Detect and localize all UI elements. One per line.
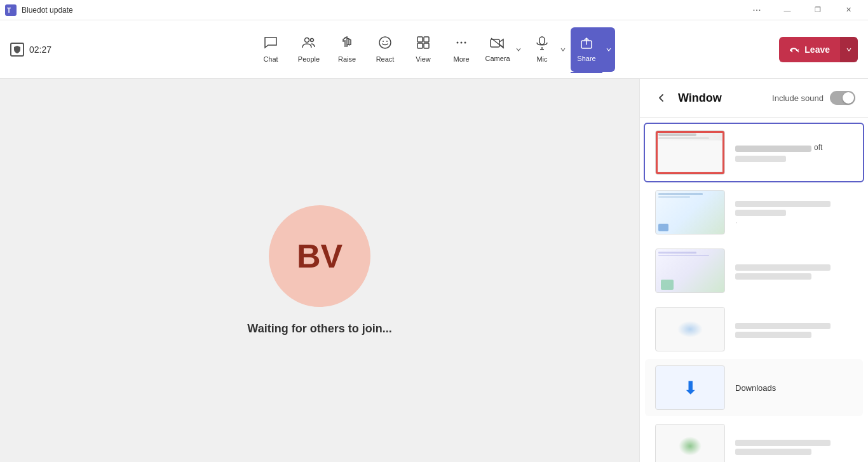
minimize-button[interactable]: —	[773, 0, 802, 20]
window-name-blur	[735, 323, 831, 329]
close-button[interactable]: ✕	[834, 0, 863, 20]
more-button[interactable]: More	[444, 27, 479, 72]
svg-point-2	[305, 38, 309, 43]
more-options-button[interactable]: ···	[742, 0, 771, 20]
chat-icon	[264, 36, 278, 53]
camera-button[interactable]: Camera	[482, 27, 513, 72]
mic-icon	[536, 36, 548, 53]
window-name-suffix: oft	[814, 143, 822, 152]
window-info	[735, 262, 853, 280]
window-thumbnail	[655, 307, 725, 351]
meeting-tools-group: Chat People Rai	[253, 27, 615, 72]
window-name-blur	[735, 201, 831, 207]
share-button[interactable]: Share	[571, 27, 602, 72]
window-name: Downloads	[735, 383, 776, 393]
security-icon	[10, 43, 24, 57]
include-sound-toggle[interactable]	[830, 91, 855, 105]
participant-avatar: BV	[269, 205, 370, 307]
people-button[interactable]: People	[291, 27, 327, 72]
react-label: React	[376, 55, 395, 63]
title-bar-left: T Bluedot update	[5, 4, 73, 16]
share-panel-header: Window Include sound	[640, 79, 868, 118]
maximize-button[interactable]: ❐	[803, 0, 832, 20]
svg-rect-9	[417, 43, 423, 48]
svg-point-4	[379, 37, 391, 48]
window-thumbnail	[655, 130, 725, 175]
mic-button[interactable]: Mic	[526, 27, 558, 72]
window-sub-blur	[735, 273, 811, 280]
raise-icon	[340, 36, 354, 53]
teams-logo-icon: T	[5, 4, 17, 16]
selected-border	[656, 131, 724, 174]
window-thumbnail	[655, 424, 725, 462]
window-sub-blur	[735, 156, 786, 162]
share-panel-title: Window	[678, 92, 722, 105]
more-label: More	[453, 55, 469, 63]
mic-label: Mic	[536, 55, 547, 63]
window-item[interactable]	[645, 242, 863, 299]
view-icon	[416, 36, 430, 53]
green-thumbnail-dot	[679, 437, 702, 456]
window-info: Downloads	[735, 382, 853, 393]
share-control: Share	[571, 27, 615, 72]
react-icon	[378, 36, 392, 53]
window-item[interactable]: oft	[644, 123, 864, 182]
window-item[interactable]: ·	[645, 184, 863, 241]
title-bar: T Bluedot update ··· — ❐ ✕	[0, 0, 868, 20]
share-label: Share	[577, 55, 595, 62]
window-item[interactable]	[645, 418, 863, 462]
mic-control: Mic	[526, 27, 568, 72]
leave-button[interactable]: Leave	[779, 37, 840, 62]
app-title: Bluedot update	[22, 6, 73, 15]
leave-label: Leave	[804, 44, 830, 55]
chat-button[interactable]: Chat	[253, 27, 288, 72]
camera-control: Camera	[482, 27, 524, 72]
window-sub-blur	[735, 332, 811, 338]
svg-point-13	[465, 42, 466, 44]
svg-point-5	[383, 41, 384, 42]
avatar-initials: BV	[297, 237, 342, 275]
people-label: People	[298, 55, 320, 63]
svg-rect-7	[417, 37, 423, 42]
chat-label: Chat	[263, 55, 278, 63]
window-thumbnail	[655, 248, 725, 293]
window-info	[735, 437, 853, 455]
people-icon	[302, 36, 316, 53]
window-info	[735, 320, 853, 338]
svg-point-12	[461, 42, 463, 44]
window-item[interactable]	[645, 301, 863, 358]
window-name-blur	[735, 146, 811, 152]
mic-dropdown-button[interactable]	[558, 27, 568, 72]
leave-dropdown-button[interactable]	[840, 37, 858, 62]
blur-thumbnail-dot	[677, 321, 703, 337]
camera-dropdown-button[interactable]	[513, 27, 524, 72]
waiting-message: Waiting for others to join...	[247, 322, 391, 336]
back-button[interactable]	[653, 89, 670, 107]
window-controls: ··· — ❐ ✕	[742, 0, 863, 20]
share-icon	[580, 37, 593, 52]
raise-button[interactable]: Raise	[329, 27, 365, 72]
call-timer: 02:27	[29, 44, 51, 55]
share-panel-header-left: Window	[653, 89, 722, 107]
more-icon	[454, 36, 468, 53]
react-button[interactable]: React	[367, 27, 403, 72]
raise-label: Raise	[338, 55, 356, 63]
view-label: View	[416, 55, 431, 63]
window-dot: ·	[735, 219, 853, 226]
svg-point-11	[457, 42, 459, 44]
window-info: ·	[735, 198, 853, 226]
window-name-blur	[735, 264, 831, 271]
camera-label: Camera	[485, 55, 510, 62]
window-name-blur	[735, 440, 831, 446]
meeting-area: BV Waiting for others to join...	[0, 79, 639, 462]
include-sound-section: Include sound	[772, 91, 855, 105]
include-sound-label: Include sound	[772, 93, 824, 103]
svg-point-3	[311, 39, 314, 42]
window-item[interactable]: ⬇ Downloads	[645, 359, 863, 416]
window-sub-blur	[735, 449, 811, 455]
download-icon: ⬇	[683, 377, 698, 398]
share-dropdown-button[interactable]	[602, 27, 615, 72]
svg-text:T: T	[7, 7, 11, 14]
view-button[interactable]: View	[405, 27, 441, 72]
leave-phone-icon	[789, 44, 799, 55]
